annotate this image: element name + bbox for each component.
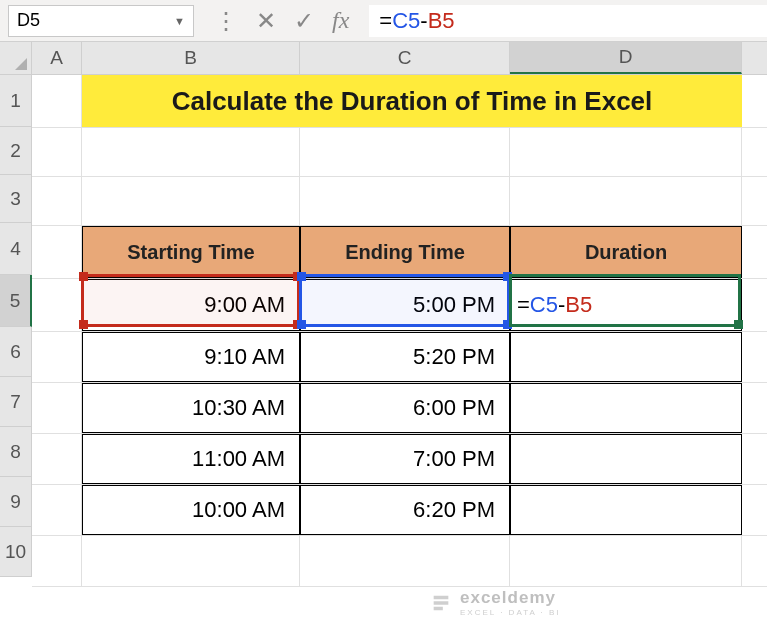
cell-a10[interactable] (32, 536, 82, 586)
cell-c3[interactable] (300, 177, 510, 225)
formula-input[interactable]: =C5-B5 (369, 5, 767, 37)
formula-equals: = (379, 8, 392, 34)
row-header-9[interactable]: 9 (0, 477, 32, 527)
formula-ref-c5: C5 (392, 8, 420, 34)
cell-d5[interactable]: =C5-B5 (510, 279, 742, 331)
col-header-c[interactable]: C (300, 42, 510, 74)
cell-b10[interactable] (82, 536, 300, 586)
watermark: exceldemy EXCEL · DATA · BI (430, 588, 561, 617)
cell-b9[interactable]: 10:00 AM (82, 485, 300, 535)
row-header-8[interactable]: 8 (0, 427, 32, 477)
row-header-3[interactable]: 3 (0, 175, 32, 223)
row-headers: 1 2 3 4 5 6 7 8 9 10 (0, 75, 32, 587)
cell-a4[interactable] (32, 226, 82, 278)
cell-d6[interactable] (510, 332, 742, 382)
name-box-dropdown-icon[interactable]: ▼ (174, 15, 185, 27)
spreadsheet-grid: A B C D 1 2 3 4 5 6 7 8 9 10 Calculate t… (0, 42, 767, 587)
cell-c9[interactable]: 6:20 PM (300, 485, 510, 535)
cell-c2[interactable] (300, 128, 510, 176)
formula-bar-icons: ⋮ ✕ ✓ fx (194, 7, 369, 35)
select-all-corner[interactable] (0, 42, 32, 74)
row-header-6[interactable]: 6 (0, 327, 32, 377)
cell-a6[interactable] (32, 332, 82, 382)
row-header-1[interactable]: 1 (0, 75, 32, 127)
col-header-d[interactable]: D (510, 42, 742, 74)
cell-c10[interactable] (300, 536, 510, 586)
fx-icon[interactable]: fx (332, 7, 349, 34)
cell-a2[interactable] (32, 128, 82, 176)
name-box[interactable]: D5 ▼ (8, 5, 194, 37)
row-header-5[interactable]: 5 (0, 275, 32, 327)
col-header-b[interactable]: B (82, 42, 300, 74)
cell-a1[interactable] (32, 75, 82, 127)
cell-d8[interactable] (510, 434, 742, 484)
row-header-10[interactable]: 10 (0, 527, 32, 577)
header-starting-time[interactable]: Starting Time (82, 226, 300, 278)
formula-minus: - (420, 8, 427, 34)
formula-bar: D5 ▼ ⋮ ✕ ✓ fx =C5-B5 (0, 0, 767, 42)
formula-ref-b5: B5 (428, 8, 455, 34)
header-ending-time[interactable]: Ending Time (300, 226, 510, 278)
watermark-logo-icon (430, 592, 452, 614)
cell-d3[interactable] (510, 177, 742, 225)
row-header-7[interactable]: 7 (0, 377, 32, 427)
name-box-value: D5 (17, 10, 40, 31)
cell-d9[interactable] (510, 485, 742, 535)
cell-b8[interactable]: 11:00 AM (82, 434, 300, 484)
watermark-tag: EXCEL · DATA · BI (460, 608, 561, 617)
cell-c8[interactable]: 7:00 PM (300, 434, 510, 484)
title-cell[interactable]: Calculate the Duration of Time in Excel (82, 75, 742, 127)
cell-d5-formula: =C5-B5 (517, 292, 592, 318)
enter-icon[interactable]: ✓ (294, 7, 314, 35)
cell-c6[interactable]: 5:20 PM (300, 332, 510, 382)
cell-b3[interactable] (82, 177, 300, 225)
column-headers: A B C D (0, 42, 767, 75)
cell-b7[interactable]: 10:30 AM (82, 383, 300, 433)
cell-a9[interactable] (32, 485, 82, 535)
cell-d2[interactable] (510, 128, 742, 176)
watermark-name: exceldemy (460, 588, 561, 608)
cell-b5[interactable]: 9:00 AM (82, 279, 300, 331)
cell-d7[interactable] (510, 383, 742, 433)
col-header-a[interactable]: A (32, 42, 82, 74)
cell-a5[interactable] (32, 279, 82, 331)
cell-c5[interactable]: 5:00 PM (300, 279, 510, 331)
cell-a8[interactable] (32, 434, 82, 484)
row-header-2[interactable]: 2 (0, 127, 32, 175)
header-duration[interactable]: Duration (510, 226, 742, 278)
cell-c7[interactable]: 6:00 PM (300, 383, 510, 433)
cell-d10[interactable] (510, 536, 742, 586)
cell-b6[interactable]: 9:10 AM (82, 332, 300, 382)
cells-area: Calculate the Duration of Time in Excel … (32, 75, 767, 587)
cell-a7[interactable] (32, 383, 82, 433)
cell-b2[interactable] (82, 128, 300, 176)
cancel-icon[interactable]: ✕ (256, 7, 276, 35)
dots-icon[interactable]: ⋮ (214, 7, 238, 35)
row-header-4[interactable]: 4 (0, 223, 32, 275)
cell-a3[interactable] (32, 177, 82, 225)
